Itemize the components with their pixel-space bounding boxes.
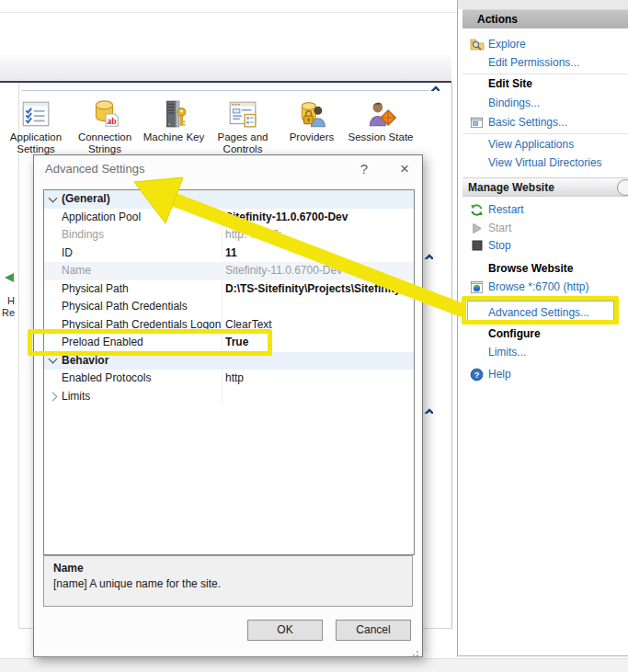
hidden-feature-label-fragment: H [7,295,15,306]
hidden-feature-icon-fragment [3,272,16,283]
application-settings-icon [1,98,71,131]
grid-row-physical-path[interactable]: Physical Path D:\TS-Sitefinity\Projects\… [44,280,414,299]
action-view-virtual-directories[interactable]: View Virtual Directories [462,154,628,171]
property-label: Physical Path Credentials [62,298,222,316]
explore-icon [465,37,488,51]
panel-separator [462,133,628,134]
property-description-box: Name [name] A unique name for the site. [43,555,413,607]
action-restart[interactable]: Restart [462,201,628,218]
browse-icon [465,280,488,294]
action-label: Start [488,222,511,234]
property-label: Bindings [62,226,222,245]
section-divider [22,90,428,91]
expand-chevron-icon[interactable] [49,392,58,401]
ok-button[interactable]: OK [247,620,323,641]
group-configure: Configure [462,325,628,342]
providers-icon [277,98,347,131]
feature-machine-key[interactable]: Machine Key [139,98,209,143]
action-view-applications[interactable]: View Applications [462,136,628,153]
start-icon [465,222,488,234]
action-label: Stop [488,239,511,252]
action-label: Explore [488,38,526,51]
property-label: ID [62,245,222,263]
stop-icon [465,240,488,251]
feature-label: Session State [346,131,416,143]
dialog-close-button[interactable]: × [391,155,418,183]
action-label: View Virtual Directories [488,156,602,169]
collapse-section-icon[interactable] [430,85,440,91]
property-value: Sitefinity-11.0.6700-Dev [222,262,414,280]
resize-grip[interactable] [417,651,418,653]
panel-top-strip [458,0,628,9]
grid-row-enabled-protocols[interactable]: Enabled Protocols http [44,370,414,388]
iis-manager-window: Application Settings ab Connection Strin… [0,0,628,672]
action-explore[interactable]: Explore [462,36,628,52]
grid-row-bindings[interactable]: Bindings http:*:6700: [44,226,414,245]
machine-key-icon [139,98,209,131]
connection-strings-icon: ab [70,98,140,131]
feature-pages-and-controls[interactable]: Pages and Controls [208,98,278,155]
grid-row-application-pool[interactable]: Application Pool Sitefinity-11.0.6700-De… [44,209,414,227]
action-edit-permissions[interactable]: Edit Permissions... [462,54,628,71]
toolbar-band [0,55,451,83]
action-bindings[interactable]: Bindings... [462,95,628,111]
action-label: Limits... [488,346,526,359]
highlight-advanced-settings [462,296,619,325]
action-basic-settings[interactable]: Basic Settings... [462,114,628,131]
top-divider [0,12,457,13]
group-label: Configure [488,327,541,340]
pages-and-controls-icon [208,98,278,131]
dialog-help-button[interactable]: ? [350,155,378,183]
action-start[interactable]: Start [462,220,628,236]
svg-text:ab: ab [107,116,116,126]
property-value[interactable]: Sitefinity-11.0.6700-Dev [222,209,414,227]
collapse-chevron-icon[interactable] [49,193,58,202]
grid-row-limits[interactable]: Limits [44,388,414,406]
property-grid: (General) Application Pool Sitefinity-11… [43,189,415,555]
feature-label: Machine Key [139,131,209,143]
group-label: Browse Website [488,262,573,275]
action-label: Bindings... [488,97,540,109]
grid-row-physical-path-credentials[interactable]: Physical Path Credentials [44,298,414,316]
action-label: Basic Settings... [488,116,567,129]
feature-label: Providers [277,131,347,143]
basic-settings-icon [465,116,488,130]
collapse-chevron-icon[interactable] [49,355,58,364]
property-label: Name [62,262,222,280]
property-label: Application Pool [62,209,222,227]
status-strip [0,658,628,672]
action-label: Edit Permissions... [488,56,579,69]
group-browse-website: Browse Website [462,260,628,277]
action-limits[interactable]: Limits... [462,344,628,360]
hidden-feature-label-fragment: Re [2,307,15,318]
grid-row-id[interactable]: ID 11 [44,245,414,263]
grid-category-row[interactable]: (General) [44,190,414,209]
highlight-preload-enabled [28,329,272,356]
action-label: Restart [488,203,524,216]
feature-providers[interactable]: Providers [277,98,347,143]
collapse-section-icon[interactable] [424,254,433,259]
cancel-button[interactable]: Cancel [336,620,411,641]
feature-connection-strings[interactable]: ab Connection Strings [70,98,140,155]
restart-icon [465,203,488,217]
action-browse-site[interactable]: Browse *:6700 (http) [462,279,628,295]
property-label: Enabled Protocols [62,370,222,388]
collapse-section-icon[interactable] [424,408,433,414]
action-stop[interactable]: Stop [462,237,628,254]
action-label: View Applications [488,138,574,151]
description-title: Name [53,562,403,575]
group-manage-website: Manage Website [462,177,628,197]
actions-panel-title: Actions [462,9,628,28]
collapse-group-button[interactable] [617,179,628,196]
property-value[interactable]: http [222,370,414,388]
feature-application-settings[interactable]: Application Settings [1,98,71,155]
feature-session-state[interactable]: Session State [346,98,416,143]
group-edit-site: Edit Site [462,75,628,92]
action-help[interactable]: ? Help [462,366,628,382]
property-value[interactable] [222,298,414,316]
group-label: Edit Site [488,77,532,90]
property-value[interactable]: 11 [222,245,414,263]
category-label: (General) [62,190,222,209]
grid-row-name-selected[interactable]: Name Sitefinity-11.0.6700-Dev [44,262,414,280]
property-value[interactable]: D:\TS-Sitefinity\Projects\Sitefinity-11 [222,280,414,299]
